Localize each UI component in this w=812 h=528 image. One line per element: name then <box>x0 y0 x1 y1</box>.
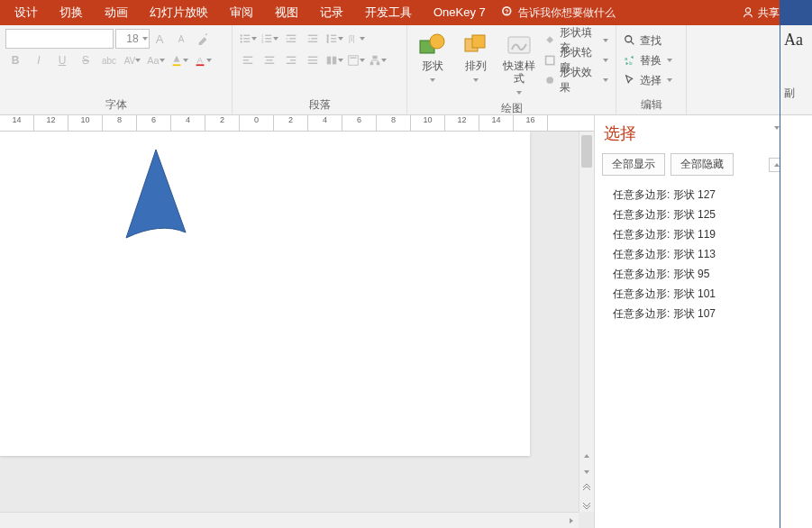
freeform-shape[interactable] <box>115 150 196 249</box>
tab-开发工具[interactable]: 开发工具 <box>354 0 423 25</box>
selection-item[interactable]: 任意多边形: 形状 95 <box>600 264 807 284</box>
selection-item-label: 任意多边形: 形状 101 <box>613 287 785 302</box>
tell-me[interactable]: 告诉我你想要做什么 <box>502 5 616 21</box>
scrollbar-horizontal[interactable] <box>0 512 579 528</box>
group-paragraph: 123 |î| 段落 <box>233 25 407 114</box>
slide-canvas[interactable] <box>0 132 594 528</box>
tab-幻灯片放映[interactable]: 幻灯片放映 <box>139 0 219 25</box>
strike-button[interactable]: S <box>76 50 96 70</box>
scroll-down-icon[interactable] <box>579 465 594 479</box>
show-all-button[interactable]: 全部显示 <box>602 153 665 176</box>
svg-text:|î|: |î| <box>349 34 355 43</box>
svg-rect-41 <box>372 56 377 59</box>
svg-text:a: a <box>625 55 628 61</box>
grow-font-icon[interactable]: A <box>150 29 169 49</box>
selection-item-label: 任意多边形: 形状 119 <box>613 227 785 242</box>
ruler-tick: 6 <box>137 115 171 132</box>
svg-rect-23 <box>331 41 336 42</box>
tab-OneKey 7[interactable]: OneKey 7 <box>423 0 497 25</box>
svg-rect-30 <box>265 63 275 64</box>
scroll-up-icon[interactable] <box>579 449 594 463</box>
svg-rect-40 <box>351 58 357 59</box>
svg-rect-4 <box>243 35 250 36</box>
shapes-button[interactable]: 形状 <box>413 29 452 86</box>
indent-inc-button[interactable] <box>303 29 323 49</box>
svg-rect-27 <box>243 63 253 64</box>
underline-button[interactable]: U <box>52 50 72 70</box>
bullets-button[interactable] <box>238 29 258 49</box>
svg-rect-10 <box>265 35 271 36</box>
smartart-button[interactable] <box>368 50 388 70</box>
group-font: 18 A A B I U S abc AV Aa A <box>0 25 233 114</box>
shrink-font-icon[interactable]: A <box>171 29 191 49</box>
ruler-tick: 14 <box>479 115 514 132</box>
selection-item-label: 任意多边形: 形状 95 <box>613 267 785 282</box>
selection-item[interactable]: 任意多边形: 形状 119 <box>600 224 807 244</box>
bold-button[interactable]: B <box>5 50 25 70</box>
ruler-tick: 4 <box>308 115 342 132</box>
selection-item[interactable]: 任意多边形: 形状 125 <box>600 205 807 224</box>
scroll-right-icon[interactable] <box>564 513 579 528</box>
ruler-horizontal[interactable]: 14121086420246810121416 <box>0 115 594 132</box>
change-case-button[interactable]: Aa <box>146 50 166 70</box>
numbering-button[interactable]: 123 <box>260 29 279 49</box>
selection-item[interactable]: 任意多边形: 形状 127 <box>600 185 807 205</box>
svg-point-7 <box>240 41 242 42</box>
ruler-tick: 12 <box>34 115 68 132</box>
align-left-button[interactable] <box>238 50 258 70</box>
work-area: 14121086420246810121416 选择 <box>0 115 812 528</box>
secondary-titlebar <box>780 0 812 25</box>
svg-rect-19 <box>311 38 317 39</box>
tab-设计[interactable]: 设计 <box>4 0 49 25</box>
line-spacing-button[interactable] <box>324 29 344 49</box>
clear-format-icon[interactable] <box>193 29 213 49</box>
svg-rect-36 <box>308 63 318 64</box>
text-shadow-button[interactable]: abc <box>99 50 119 70</box>
tab-审阅[interactable]: 审阅 <box>219 0 264 25</box>
select-button[interactable]: 选择 <box>622 71 674 89</box>
shape-effects-button[interactable]: 形状效果 <box>543 71 610 89</box>
align-right-button[interactable] <box>281 50 301 70</box>
arrange-button[interactable]: 排列 <box>456 29 496 86</box>
tab-记录[interactable]: 记录 <box>309 0 354 25</box>
svg-rect-25 <box>243 57 253 58</box>
svg-rect-14 <box>265 41 271 42</box>
font-color-button[interactable]: A <box>193 50 213 70</box>
svg-rect-16 <box>289 38 296 39</box>
font-name-input[interactable] <box>5 29 114 49</box>
selection-item[interactable]: 任意多边形: 形状 107 <box>600 304 807 323</box>
columns-button[interactable] <box>324 50 344 70</box>
tab-动画[interactable]: 动画 <box>94 0 139 25</box>
selection-item-label: 任意多边形: 形状 107 <box>613 306 785 322</box>
tab-切换[interactable]: 切换 <box>49 0 94 25</box>
quick-styles-button[interactable]: 快速样式 <box>499 29 539 99</box>
align-justify-button[interactable] <box>303 50 323 70</box>
selection-item[interactable]: 任意多边形: 形状 113 <box>600 244 807 264</box>
italic-button[interactable]: I <box>29 50 49 70</box>
selection-pane-title: 选择 <box>604 123 774 144</box>
char-spacing-button[interactable]: AV <box>123 50 142 70</box>
selection-item[interactable]: 任意多边形: 形状 101 <box>600 284 807 304</box>
find-button[interactable]: 查找 <box>622 32 674 50</box>
secondary-window-strip: Aa 副 <box>780 0 812 528</box>
selection-item-label: 任意多边形: 形状 125 <box>613 207 785 223</box>
text-direction-button[interactable]: |î| <box>346 29 366 49</box>
prev-slide-icon[interactable] <box>579 481 594 496</box>
indent-dec-button[interactable] <box>281 29 301 49</box>
slide[interactable] <box>0 132 530 456</box>
font-color-highlight-button[interactable] <box>169 50 189 70</box>
ribbon: 18 A A B I U S abc AV Aa A <box>0 25 812 115</box>
align-center-button[interactable] <box>260 50 279 70</box>
align-text-button[interactable] <box>346 50 366 70</box>
ruler-tick: 2 <box>274 115 308 132</box>
share-button[interactable]: 共享 <box>742 5 780 21</box>
tab-视图[interactable]: 视图 <box>264 0 309 25</box>
replace-button[interactable]: ab替换 <box>622 51 674 69</box>
svg-rect-18 <box>308 35 318 36</box>
hide-all-button[interactable]: 全部隐藏 <box>671 153 734 176</box>
scroll-thumb[interactable] <box>581 135 592 168</box>
next-slide-icon[interactable] <box>579 497 594 512</box>
scrollbar-vertical[interactable] <box>579 132 594 512</box>
style-preview-icon[interactable]: Aa <box>784 31 808 50</box>
svg-point-51 <box>625 36 632 42</box>
